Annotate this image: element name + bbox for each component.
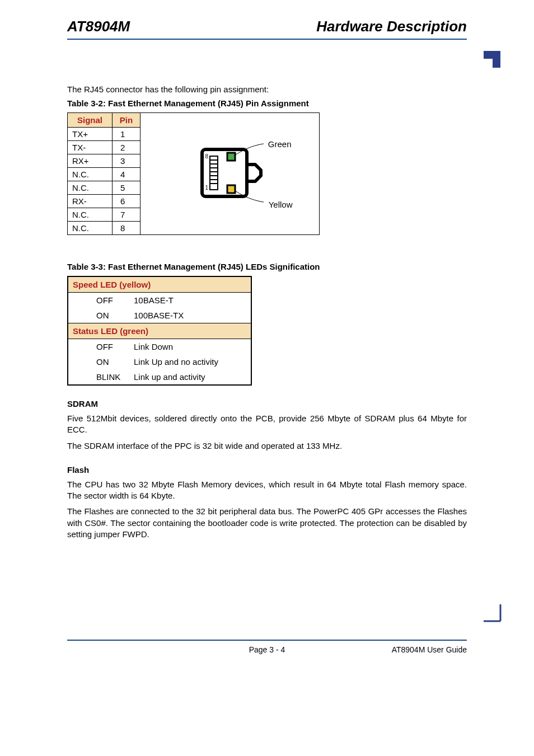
- table-3-3: Speed LED (yellow) OFF10BASE-T ON100BASE…: [67, 276, 252, 386]
- table-3-2: Signal Pin: [67, 112, 320, 235]
- footer-page-number: Page 3 - 4: [179, 645, 355, 654]
- flash-heading: Flash: [67, 465, 467, 475]
- page-footer: Page 3 - 4 AT8904M User Guide: [67, 640, 467, 654]
- svg-rect-3: [210, 156, 218, 190]
- intro-text: The RJ45 connector has the following pin…: [67, 84, 467, 94]
- flash-paragraph-2: The Flashes are connected to the 32 bit …: [67, 506, 467, 540]
- svg-rect-11: [227, 153, 235, 161]
- rj45-diagram: 8 1 Green Yellow: [196, 139, 264, 208]
- led-green-label: Green: [268, 139, 292, 149]
- page-header: AT8904M Hardware Description: [67, 18, 467, 40]
- sdram-paragraph-2: The SDRAM interface of the PPC is 32 bit…: [67, 440, 467, 452]
- pin-8-label: 8: [205, 153, 208, 159]
- svg-rect-1: [493, 51, 500, 68]
- svg-rect-2: [202, 149, 247, 196]
- table-row: OFFLink Down: [68, 339, 251, 355]
- led-yellow-label: Yellow: [269, 200, 293, 209]
- table-3-3-caption: Table 3-3: Fast Ethernet Management (RJ4…: [67, 262, 467, 271]
- rj45-diagram-cell: 8 1 Green Yellow: [140, 113, 320, 235]
- table-row: BLINKLink up and activity: [68, 369, 251, 385]
- th-pin: Pin: [113, 113, 140, 128]
- corner-crop-mark-top: [67, 51, 467, 73]
- footer-guide-name: AT8904M User Guide: [355, 645, 467, 654]
- th-signal: Signal: [68, 113, 113, 128]
- header-section: Hardware Description: [316, 18, 467, 35]
- table-3-2-caption: Table 3-2: Fast Ethernet Management (RJ4…: [67, 98, 467, 108]
- sdram-heading: SDRAM: [67, 399, 467, 408]
- speed-led-section: Speed LED (yellow): [68, 276, 251, 293]
- status-led-section: Status LED (green): [68, 323, 251, 339]
- sdram-paragraph-1: Five 512Mbit devices, soldered directly …: [67, 413, 467, 436]
- table-row: ON100BASE-TX: [68, 308, 251, 323]
- flash-paragraph-1: The CPU has two 32 Mbyte Flash Memory de…: [67, 479, 467, 502]
- table-row: OFF10BASE-T: [68, 293, 251, 308]
- header-product: AT8904M: [67, 18, 130, 35]
- table-row: ONLink Up and no activity: [68, 354, 251, 369]
- pin-1-label: 1: [205, 185, 208, 191]
- svg-rect-12: [227, 185, 235, 193]
